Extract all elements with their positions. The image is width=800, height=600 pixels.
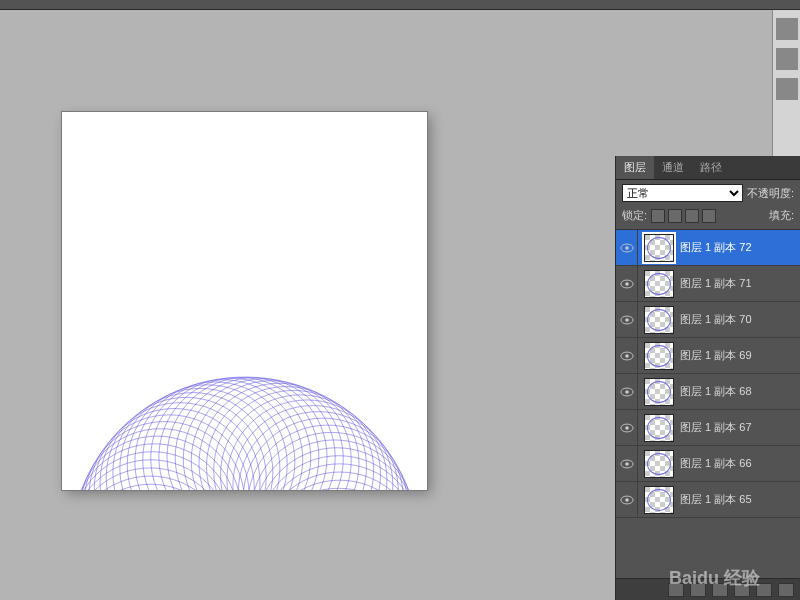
visibility-toggle[interactable] bbox=[616, 374, 638, 409]
fill-label: 填充: bbox=[769, 208, 794, 223]
tool-icon[interactable] bbox=[776, 48, 798, 70]
svg-point-82 bbox=[625, 390, 629, 394]
panel-footer bbox=[616, 578, 800, 600]
svg-point-59 bbox=[198, 383, 358, 490]
lock-all-icon[interactable] bbox=[702, 209, 716, 223]
blend-mode-row: 正常 不透明度: bbox=[616, 180, 800, 206]
layer-list[interactable]: 图层 1 副本 72图层 1 副本 71图层 1 副本 70图层 1 副本 69… bbox=[616, 230, 800, 578]
new-group-button[interactable] bbox=[734, 583, 750, 597]
delete-layer-button[interactable] bbox=[778, 583, 794, 597]
layer-mask-button[interactable] bbox=[712, 583, 728, 597]
layer-row[interactable]: 图层 1 副本 70 bbox=[616, 302, 800, 338]
layer-thumbnail[interactable] bbox=[644, 450, 674, 478]
layer-row[interactable]: 图层 1 副本 67 bbox=[616, 410, 800, 446]
layer-row[interactable]: 图层 1 副本 65 bbox=[616, 482, 800, 518]
layers-panel: 图层 通道 路径 正常 不透明度: 锁定: 填充: 图层 1 副本 72图层 1… bbox=[615, 156, 800, 600]
opacity-label: 不透明度: bbox=[747, 186, 794, 201]
tab-channels[interactable]: 通道 bbox=[654, 156, 692, 179]
layer-name[interactable]: 图层 1 副本 65 bbox=[680, 492, 752, 507]
lock-pixels-icon[interactable] bbox=[668, 209, 682, 223]
lock-position-icon[interactable] bbox=[685, 209, 699, 223]
panel-tabs: 图层 通道 路径 bbox=[616, 156, 800, 180]
svg-point-35 bbox=[70, 484, 230, 490]
tool-icon[interactable] bbox=[776, 78, 798, 100]
document-canvas[interactable] bbox=[62, 112, 427, 490]
layer-thumbnail[interactable] bbox=[644, 306, 674, 334]
layer-row[interactable]: 图层 1 副本 69 bbox=[616, 338, 800, 374]
layer-thumbnail[interactable] bbox=[644, 486, 674, 514]
visibility-toggle[interactable] bbox=[616, 482, 638, 517]
svg-point-40 bbox=[74, 444, 234, 490]
tool-icon[interactable] bbox=[776, 18, 798, 40]
svg-point-74 bbox=[625, 246, 629, 250]
layer-style-button[interactable] bbox=[690, 583, 706, 597]
layer-name[interactable]: 图层 1 副本 66 bbox=[680, 456, 752, 471]
app-menubar bbox=[0, 0, 800, 10]
svg-point-78 bbox=[625, 318, 629, 322]
svg-point-66 bbox=[243, 418, 403, 490]
layer-thumbnail[interactable] bbox=[644, 342, 674, 370]
blend-mode-select[interactable]: 正常 bbox=[622, 184, 743, 202]
layer-thumbnail[interactable] bbox=[644, 270, 674, 298]
visibility-toggle[interactable] bbox=[616, 338, 638, 373]
svg-point-88 bbox=[625, 498, 629, 502]
visibility-toggle[interactable] bbox=[616, 410, 638, 445]
svg-point-50 bbox=[127, 385, 287, 490]
visibility-toggle[interactable] bbox=[616, 230, 638, 265]
layer-name[interactable]: 图层 1 副本 70 bbox=[680, 312, 752, 327]
layer-name[interactable]: 图层 1 副本 71 bbox=[680, 276, 752, 291]
svg-point-52 bbox=[142, 380, 302, 490]
svg-point-86 bbox=[625, 462, 629, 466]
tab-paths[interactable]: 路径 bbox=[692, 156, 730, 179]
layer-row[interactable]: 图层 1 副本 71 bbox=[616, 266, 800, 302]
lock-row: 锁定: 填充: bbox=[616, 206, 800, 230]
layer-row[interactable]: 图层 1 副本 66 bbox=[616, 446, 800, 482]
svg-point-76 bbox=[625, 282, 629, 286]
right-toolstrip bbox=[772, 10, 800, 170]
new-layer-button[interactable] bbox=[756, 583, 772, 597]
svg-point-58 bbox=[191, 381, 351, 490]
svg-point-84 bbox=[625, 426, 629, 430]
svg-point-42 bbox=[80, 429, 240, 490]
svg-point-80 bbox=[625, 354, 629, 358]
layer-name[interactable]: 图层 1 副本 67 bbox=[680, 420, 752, 435]
layer-thumbnail[interactable] bbox=[644, 414, 674, 442]
layer-name[interactable]: 图层 1 副本 68 bbox=[680, 384, 752, 399]
tab-layers[interactable]: 图层 bbox=[616, 156, 654, 179]
visibility-toggle[interactable] bbox=[616, 266, 638, 301]
lock-label: 锁定: bbox=[622, 208, 647, 223]
layer-name[interactable]: 图层 1 副本 69 bbox=[680, 348, 752, 363]
visibility-toggle[interactable] bbox=[616, 446, 638, 481]
spirograph-artwork bbox=[65, 372, 425, 490]
lock-transparency-icon[interactable] bbox=[651, 209, 665, 223]
link-layers-button[interactable] bbox=[668, 583, 684, 597]
svg-point-2 bbox=[258, 488, 418, 490]
visibility-toggle[interactable] bbox=[616, 302, 638, 337]
layer-name[interactable]: 图层 1 副本 72 bbox=[680, 240, 752, 255]
layer-row[interactable]: 图层 1 副本 72 bbox=[616, 230, 800, 266]
layer-thumbnail[interactable] bbox=[644, 234, 674, 262]
layer-row[interactable]: 图层 1 副本 68 bbox=[616, 374, 800, 410]
layer-thumbnail[interactable] bbox=[644, 378, 674, 406]
svg-point-41 bbox=[77, 436, 237, 490]
